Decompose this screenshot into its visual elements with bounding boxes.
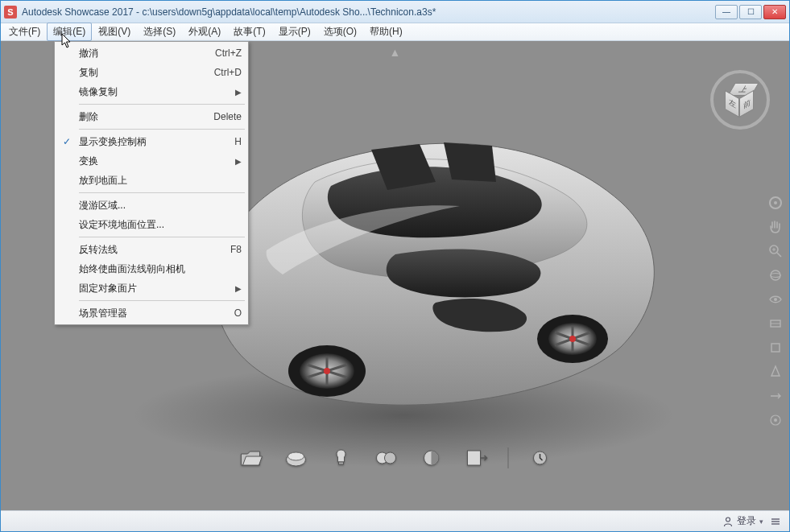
svg-point-24	[774, 419, 777, 422]
svg-point-5	[324, 368, 330, 374]
menu-options[interactable]: 选项(O)	[317, 23, 363, 41]
open-folder-icon[interactable]	[237, 446, 264, 470]
nav-toolbar	[765, 194, 786, 429]
menu-display[interactable]: 显示(P)	[272, 23, 317, 41]
login-button[interactable]: 登录 ▾	[722, 514, 763, 528]
menu-walk-region[interactable]: 漫游区域...	[56, 196, 246, 215]
menu-delete[interactable]: 删除Delete	[56, 107, 246, 126]
titlebar[interactable]: S Autodesk Showcase 2017 - c:\users\down…	[1, 1, 789, 23]
svg-point-30	[384, 452, 395, 464]
svg-point-18	[771, 270, 780, 280]
menu-appearance[interactable]: 外观(A)	[182, 23, 227, 41]
menubar: 文件(F) 编辑(E) 视图(V) 选择(S) 外观(A) 故事(T) 显示(P…	[1, 23, 789, 41]
menu-place-on-ground[interactable]: 放到地面上	[56, 171, 246, 190]
menu-normals-face-camera[interactable]: 始终使曲面法线朝向相机	[56, 259, 246, 278]
menu-separator	[79, 129, 245, 130]
materials-icon[interactable]	[372, 446, 399, 470]
menu-help[interactable]: 帮助(H)	[363, 23, 409, 41]
svg-line-15	[777, 253, 781, 257]
menu-separator	[79, 104, 245, 105]
menu-story[interactable]: 故事(T)	[227, 23, 271, 41]
appearance-icon[interactable]	[417, 446, 445, 470]
submenu-arrow-icon: ▶	[235, 157, 242, 166]
submenu-arrow-icon: ▶	[235, 88, 242, 97]
svg-rect-23	[771, 344, 780, 352]
window-controls: — ☐ ✕	[715, 5, 786, 19]
statusbar: 登录 ▾	[1, 510, 789, 531]
viewcube-ring[interactable]: 上 左 前	[710, 70, 770, 130]
maximize-button[interactable]: ☐	[739, 5, 762, 19]
nav-tool-6-icon[interactable]	[767, 315, 784, 332]
edit-dropdown-menu: 撤消Ctrl+Z 复制Ctrl+D 镜像复制▶ 删除Delete ✓显示变换控制…	[54, 41, 249, 325]
orbit-icon[interactable]	[767, 266, 784, 284]
zoom-icon[interactable]	[767, 242, 784, 260]
submenu-arrow-icon: ▶	[235, 284, 242, 293]
login-label: 登录	[737, 514, 756, 528]
app-window: S Autodesk Showcase 2017 - c:\users\down…	[0, 0, 790, 532]
menu-view[interactable]: 视图(V)	[92, 23, 137, 41]
svg-point-27	[287, 452, 304, 460]
look-icon[interactable]	[767, 291, 784, 308]
svg-point-11	[569, 336, 576, 342]
menu-file[interactable]: 文件(F)	[2, 23, 47, 41]
menu-select[interactable]: 选择(S)	[137, 23, 182, 41]
publish-icon[interactable]	[462, 446, 490, 470]
menu-fix-object-faces[interactable]: 固定对象面片▶	[56, 278, 246, 298]
environment-icon[interactable]	[282, 446, 309, 470]
svg-point-13	[774, 201, 777, 204]
settings-icon[interactable]	[526, 446, 553, 470]
menu-copy[interactable]: 复制Ctrl+D	[56, 63, 246, 82]
svg-point-19	[771, 274, 780, 278]
menu-scene-manager[interactable]: 场景管理器O	[56, 303, 246, 323]
light-icon[interactable]	[327, 446, 354, 470]
menu-mirror-copy[interactable]: 镜像复制▶	[56, 82, 246, 101]
nav-wheel-icon[interactable]	[767, 194, 784, 212]
menu-edit[interactable]: 编辑(E)	[47, 23, 92, 41]
menu-flip-normals[interactable]: 反转法线F8	[56, 240, 246, 259]
nav-tool-7-icon[interactable]	[767, 339, 784, 357]
menu-undo[interactable]: 撤消Ctrl+Z	[56, 43, 246, 63]
pan-icon[interactable]	[767, 218, 784, 236]
close-button[interactable]: ✕	[763, 5, 786, 19]
svg-point-34	[726, 518, 730, 522]
nav-tool-9-icon[interactable]	[767, 387, 784, 405]
user-icon	[722, 516, 734, 527]
menu-transform[interactable]: 变换▶	[56, 151, 246, 171]
window-title: Autodesk Showcase 2017 - c:\users\down5g…	[22, 6, 715, 18]
menu-show-transform-handles[interactable]: ✓显示变换控制柄H	[56, 132, 246, 151]
toolbar-separator	[507, 447, 508, 468]
caret-down-icon: ▾	[759, 518, 763, 526]
svg-point-20	[774, 298, 777, 301]
menu-separator	[79, 300, 245, 301]
check-icon: ✓	[58, 136, 76, 147]
svg-rect-28	[338, 462, 343, 464]
nav-tool-8-icon[interactable]	[767, 363, 784, 381]
up-arrow-icon: ▲	[390, 46, 401, 59]
status-extra-icon[interactable]	[770, 516, 781, 527]
svg-rect-32	[467, 451, 480, 465]
bottom-toolbar	[237, 446, 553, 470]
menu-set-env-ground[interactable]: 设定环境地面位置...	[56, 215, 246, 234]
menu-separator	[79, 192, 245, 193]
app-icon: S	[4, 6, 17, 19]
minimize-button[interactable]: —	[715, 5, 738, 19]
viewcube[interactable]: 上 左 前	[710, 70, 770, 130]
menu-separator	[79, 237, 245, 237]
nav-tool-10-icon[interactable]	[767, 411, 784, 429]
